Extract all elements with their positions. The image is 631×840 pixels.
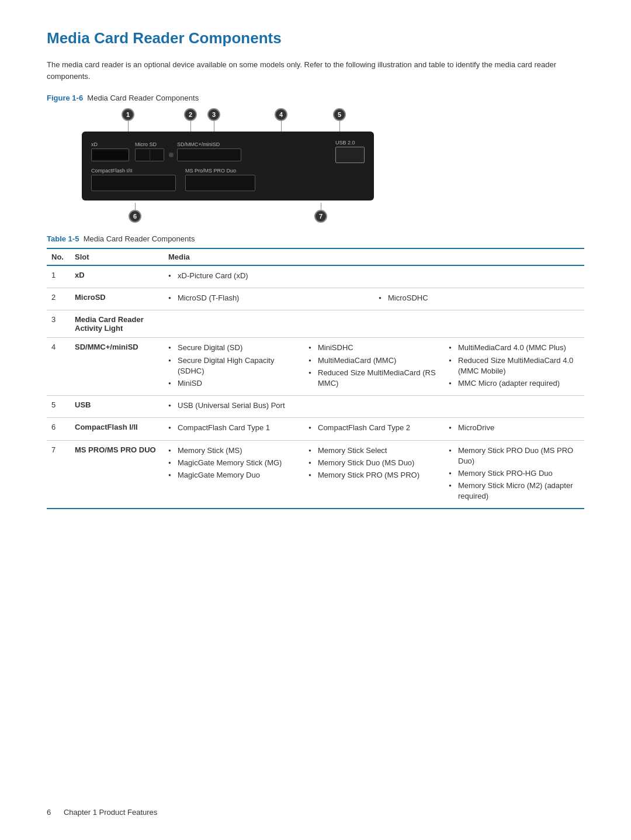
row-no: 6 <box>47 418 70 440</box>
col-slot: Slot <box>70 248 164 265</box>
figure-label: Figure 1-6 <box>47 94 83 102</box>
row-slot: xD <box>70 265 164 288</box>
media-item: Memory Stick PRO (MS PRO) <box>308 470 439 481</box>
figure-num-1: 1 <box>122 108 134 121</box>
row-no: 7 <box>47 440 70 509</box>
media-item: MicroDrive <box>449 423 580 433</box>
media-item: Memory Stick (MS) <box>168 445 299 456</box>
media-item: Memory Stick Duo (MS Duo) <box>308 458 439 468</box>
row-slot: CompactFlash I/II <box>70 418 164 440</box>
row-media: USB (Universal Serial Bus) Port <box>164 396 584 418</box>
media-item: CompactFlash Card Type 2 <box>308 423 439 433</box>
row-media: MicroSD (T-Flash)MicroSDHC <box>164 288 584 310</box>
components-table: No. Slot Media 1xDxD-Picture Card (xD)2M… <box>47 248 584 509</box>
row-media <box>164 310 584 338</box>
media-item: Memory Stick Select <box>308 445 439 456</box>
figure-num-5: 5 <box>333 108 346 121</box>
figure-num-4: 4 <box>275 108 287 121</box>
media-item: MultiMediaCard 4.0 (MMC Plus) <box>449 343 580 353</box>
media-item: Memory Stick Micro (M2) (adapter require… <box>449 481 580 502</box>
table-row: 4SD/MMC+/miniSDSecure Digital (SD)Secure… <box>47 338 584 396</box>
table-row: 7MS PRO/MS PRO DUOMemory Stick (MS)Magic… <box>47 440 584 509</box>
row-media: Secure Digital (SD)Secure Digital High C… <box>164 338 584 396</box>
footer-page: 6 <box>47 808 51 817</box>
row-slot: SD/MMC+/miniSD <box>70 338 164 396</box>
figure-num-3: 3 <box>207 108 220 121</box>
table-row: 3Media Card Reader Activity Light <box>47 310 584 338</box>
table-title-text: Media Card Reader Components <box>84 234 195 243</box>
row-no: 3 <box>47 310 70 338</box>
media-item: MMC Micro (adapter required) <box>449 378 580 389</box>
row-media: CompactFlash Card Type 1CompactFlash Car… <box>164 418 584 440</box>
media-item: MiniSDHC <box>308 343 439 353</box>
figure-title: Figure 1-6 Media Card Reader Components <box>47 94 584 102</box>
table-title-line: Table 1-5 Media Card Reader Components <box>47 234 584 243</box>
row-no: 2 <box>47 288 70 310</box>
row-media: Memory Stick (MS)MagicGate Memory Stick … <box>164 440 584 509</box>
media-item: Reduced Size MultiMediaCard (RS MMC) <box>308 368 439 389</box>
table-row: 1xDxD-Picture Card (xD) <box>47 265 584 288</box>
media-item: MagicGate Memory Stick (MG) <box>168 458 299 468</box>
row-no: 5 <box>47 396 70 418</box>
media-item: MiniSD <box>168 378 299 389</box>
figure-num-6: 6 <box>129 210 141 223</box>
media-item: MicroSDHC <box>379 293 580 303</box>
table-row: 2MicroSDMicroSD (T-Flash)MicroSDHC <box>47 288 584 310</box>
row-no: 1 <box>47 265 70 288</box>
page-title: Media Card Reader Components <box>47 29 584 47</box>
table-row: 5USBUSB (Universal Serial Bus) Port <box>47 396 584 418</box>
row-slot: USB <box>70 396 164 418</box>
table-label: Table 1-5 <box>47 234 79 243</box>
table-row: 6CompactFlash I/IICompactFlash Card Type… <box>47 418 584 440</box>
row-slot: Media Card Reader Activity Light <box>70 310 164 338</box>
row-slot: MS PRO/MS PRO DUO <box>70 440 164 509</box>
media-item: Reduced Size MultiMediaCard 4.0 (MMC Mob… <box>449 355 580 376</box>
media-item: Secure Digital High Capacity (SDHC) <box>168 355 299 376</box>
row-media: xD-Picture Card (xD) <box>164 265 584 288</box>
media-item: Memory Stick PRO-HG Duo <box>449 468 580 479</box>
media-item: Memory Stick PRO Duo (MS PRO Duo) <box>449 445 580 466</box>
media-item: MicroSD (T-Flash) <box>168 293 369 303</box>
col-no: No. <box>47 248 70 265</box>
footer-chapter: Chapter 1 Product Features <box>64 808 157 817</box>
media-item: MultiMediaCard (MMC) <box>308 355 439 366</box>
figure-num-7: 7 <box>314 210 327 223</box>
footer: 6 Chapter 1 Product Features <box>47 808 157 817</box>
col-media: Media <box>164 248 584 265</box>
media-item: USB (Universal Serial Bus) Port <box>168 400 580 411</box>
figure-title-text: Media Card Reader Components <box>87 94 199 102</box>
row-no: 4 <box>47 338 70 396</box>
figure-num-2: 2 <box>184 108 197 121</box>
row-slot: MicroSD <box>70 288 164 310</box>
media-item: MagicGate Memory Duo <box>168 470 299 481</box>
media-item: xD-Picture Card (xD) <box>168 271 580 281</box>
intro-paragraph: The media card reader is an optional dev… <box>47 59 584 82</box>
media-item: CompactFlash Card Type 1 <box>168 423 299 433</box>
media-item: Secure Digital (SD) <box>168 343 299 353</box>
